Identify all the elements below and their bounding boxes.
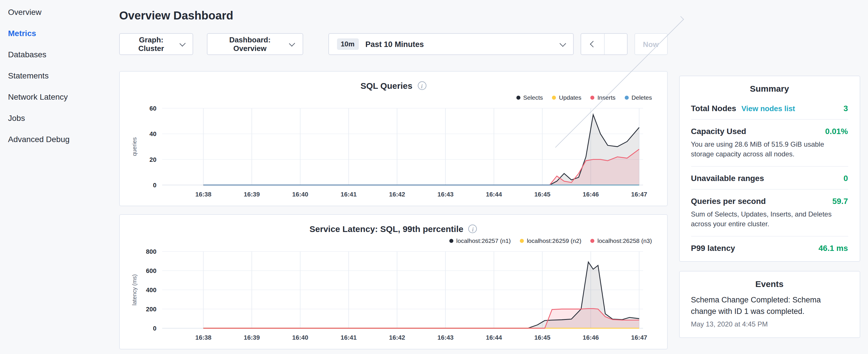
- service-latency-legend: localhost:26257 (n1)localhost:26259 (n2)…: [129, 235, 652, 246]
- time-controls: 10m Past 10 Minutes Now: [328, 33, 668, 55]
- svg-text:latency (ms): latency (ms): [131, 275, 137, 305]
- svg-text:16:38: 16:38: [195, 334, 211, 341]
- chevron-down-icon: [289, 40, 296, 46]
- summary-label: Queries per second: [691, 196, 766, 206]
- page-title: Overview Dashboard: [119, 8, 668, 23]
- sidebar-item-metrics[interactable]: Metrics: [0, 22, 115, 43]
- svg-text:16:45: 16:45: [534, 334, 550, 341]
- time-range-badge: 10m: [337, 38, 359, 50]
- time-range-label: Past 10 Minutes: [365, 40, 424, 49]
- summary-description: You are using 28.6 MiB of 515.9 GiB usab…: [691, 140, 848, 160]
- svg-text:16:42: 16:42: [389, 191, 405, 198]
- summary-row-unavailable-ranges: Unavailable ranges 0: [691, 166, 848, 189]
- svg-text:20: 20: [150, 156, 156, 163]
- svg-text:800: 800: [146, 248, 156, 255]
- sql-queries-legend: SelectsUpdatesInsertsDeletes: [129, 92, 652, 102]
- time-prev-button[interactable]: [581, 34, 604, 55]
- info-icon[interactable]: i: [468, 224, 477, 233]
- svg-text:400: 400: [146, 286, 156, 294]
- svg-text:16:41: 16:41: [340, 334, 356, 341]
- summary-row-capacity-used: Capacity Used 0.01% You are using 28.6 M…: [691, 119, 848, 166]
- svg-text:16:44: 16:44: [486, 191, 502, 198]
- svg-text:0: 0: [153, 325, 156, 332]
- right-sidebar: Summary Total Nodes View nodes list 3 Ca…: [679, 75, 860, 354]
- summary-value: 0.01%: [825, 127, 848, 136]
- svg-text:queries: queries: [131, 137, 137, 156]
- sidebar: Overview Metrics Databases Statements Ne…: [0, 0, 115, 354]
- svg-text:16:46: 16:46: [583, 334, 599, 341]
- svg-text:16:40: 16:40: [292, 191, 308, 198]
- info-icon[interactable]: i: [417, 81, 426, 90]
- svg-text:16:47: 16:47: [631, 191, 647, 198]
- summary-heading: Summary: [691, 84, 848, 93]
- svg-text:16:43: 16:43: [437, 191, 453, 198]
- svg-text:600: 600: [146, 267, 156, 275]
- sidebar-item-statements[interactable]: Statements: [0, 65, 115, 86]
- legend-item[interactable]: localhost:26257 (n1): [449, 237, 510, 244]
- time-pager: [580, 33, 627, 55]
- event-item: Schema Change Completed: Schema change w…: [691, 294, 848, 328]
- summary-label: Unavailable ranges: [691, 173, 764, 183]
- legend-item[interactable]: localhost:26258 (n3): [591, 237, 652, 244]
- legend-item[interactable]: Deletes: [625, 94, 652, 101]
- chevron-left-icon: [590, 41, 596, 47]
- svg-text:16:39: 16:39: [244, 334, 260, 341]
- svg-text:0: 0: [153, 182, 156, 189]
- summary-label: Capacity Used: [691, 127, 746, 136]
- legend-item[interactable]: localhost:26259 (n2): [520, 237, 581, 244]
- service-latency-chart[interactable]: 020040060080016:3816:3916:4016:4116:4216…: [129, 246, 658, 344]
- svg-text:16:45: 16:45: [534, 191, 550, 198]
- summary-row-queries-per-second: Queries per second 59.7 Sum of Selects, …: [691, 189, 848, 236]
- chevron-down-icon: [559, 40, 566, 47]
- chevron-down-icon: [179, 40, 186, 46]
- svg-text:16:43: 16:43: [437, 334, 453, 341]
- dashboard-dropdown[interactable]: Dashboard: Overview: [207, 33, 303, 55]
- legend-item[interactable]: Updates: [552, 94, 582, 101]
- service-latency-panel: Service Latency: SQL, 99th percentile i …: [119, 214, 668, 349]
- summary-label: P99 latency: [691, 243, 735, 252]
- svg-text:16:47: 16:47: [631, 334, 647, 341]
- sidebar-item-overview[interactable]: Overview: [0, 1, 115, 22]
- summary-label: Total Nodes: [691, 104, 736, 113]
- chart-title: Service Latency: SQL, 99th percentile: [309, 224, 463, 233]
- sidebar-item-databases[interactable]: Databases: [0, 43, 115, 65]
- sql-queries-panel: SQL Queries i SelectsUpdatesInsertsDelet…: [119, 71, 668, 206]
- dashboard-controls: Graph: Cluster Dashboard: Overview 10m P…: [119, 33, 668, 55]
- legend-item[interactable]: Selects: [517, 94, 543, 101]
- svg-text:16:38: 16:38: [195, 191, 211, 198]
- event-text: Schema Change Completed: Schema change w…: [691, 294, 848, 318]
- summary-value: 3: [843, 104, 848, 113]
- dashboard-dropdown-label: Dashboard: Overview: [216, 35, 284, 53]
- svg-text:16:44: 16:44: [486, 334, 502, 341]
- chart-title: SQL Queries: [361, 81, 412, 90]
- view-nodes-link[interactable]: View nodes list: [741, 104, 795, 113]
- svg-text:40: 40: [150, 130, 156, 137]
- summary-value: 59.7: [833, 196, 848, 206]
- svg-text:16:40: 16:40: [292, 334, 308, 341]
- sidebar-item-advanced-debug[interactable]: Advanced Debug: [0, 128, 115, 150]
- graph-dropdown[interactable]: Graph: Cluster: [119, 33, 193, 55]
- svg-text:16:42: 16:42: [389, 334, 405, 341]
- sql-queries-chart[interactable]: 020406016:3816:3916:4016:4116:4216:4316:…: [129, 102, 658, 201]
- events-panel: Events Schema Change Completed: Schema c…: [679, 271, 860, 338]
- sidebar-item-jobs[interactable]: Jobs: [0, 107, 115, 128]
- events-heading: Events: [691, 279, 848, 288]
- svg-text:16:41: 16:41: [340, 191, 356, 198]
- summary-description: Sum of Selects, Updates, Inserts, and De…: [691, 210, 848, 230]
- summary-value: 46.1 ms: [818, 243, 848, 252]
- svg-text:60: 60: [150, 105, 156, 112]
- graph-dropdown-label: Graph: Cluster: [128, 35, 175, 53]
- svg-text:200: 200: [146, 305, 156, 313]
- main-content: Overview Dashboard Graph: Cluster Dashbo…: [115, 0, 668, 354]
- sidebar-item-network-latency[interactable]: Network Latency: [0, 86, 115, 107]
- summary-value: 0: [843, 173, 848, 183]
- svg-text:16:39: 16:39: [244, 191, 260, 198]
- summary-row-p99-latency: P99 latency 46.1 ms: [691, 236, 848, 259]
- event-timestamp: May 13, 2020 at 4:45 PM: [691, 321, 848, 328]
- app-root: Overview Metrics Databases Statements Ne…: [0, 0, 868, 354]
- time-next-button[interactable]: [604, 34, 627, 55]
- summary-row-total-nodes: Total Nodes View nodes list 3: [691, 97, 848, 119]
- time-range-dropdown[interactable]: 10m Past 10 Minutes: [328, 33, 574, 55]
- svg-text:16:46: 16:46: [583, 191, 599, 198]
- summary-panel: Summary Total Nodes View nodes list 3 Ca…: [679, 75, 860, 261]
